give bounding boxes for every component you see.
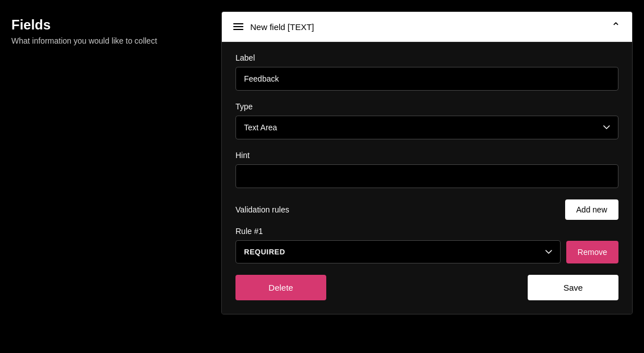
hint-input[interactable] [235,164,618,188]
delete-button[interactable]: Delete [235,275,326,300]
rule-1-select[interactable]: REQUIRED MIN_LENGTH MAX_LENGTH EMAIL URL [235,240,561,263]
page-subtitle: What information you would like to colle… [11,36,221,45]
panel-body: Label Type Text Area Text Number Email P… [222,42,632,314]
chevron-up-icon[interactable]: ⌃ [611,21,621,32]
type-field-label: Type [235,102,618,111]
page-title: Fields [11,17,221,33]
validation-header: Validation rules Add new [235,199,618,220]
hint-field-label: Hint [235,151,618,160]
rule-1-label: Rule #1 [235,227,618,236]
footer-actions: Delete Save [235,275,618,300]
panel-header-title: New field [TEXT] [250,22,314,32]
validation-rules-label: Validation rules [235,205,289,214]
label-field-label: Label [235,53,618,62]
label-field-group: Label [235,53,618,91]
hamburger-icon [233,23,243,30]
right-panel: New field [TEXT] ⌃ Label Type Text Area … [221,11,633,314]
type-field-group: Type Text Area Text Number Email Phone D… [235,102,618,139]
hint-field-group: Hint [235,151,618,188]
rule-1-row: REQUIRED MIN_LENGTH MAX_LENGTH EMAIL URL… [235,240,618,263]
save-button[interactable]: Save [528,275,618,300]
panel-header-left: New field [TEXT] [233,22,314,32]
left-panel: Fields What information you would like t… [11,11,221,45]
panel-header: New field [TEXT] ⌃ [222,12,632,42]
type-select[interactable]: Text Area Text Number Email Phone Date [235,116,618,139]
validation-rules-section: Validation rules Add new Rule #1 REQUIRE… [235,199,618,263]
remove-button[interactable]: Remove [566,241,618,263]
add-new-button[interactable]: Add new [565,199,618,220]
label-input[interactable] [235,67,618,91]
